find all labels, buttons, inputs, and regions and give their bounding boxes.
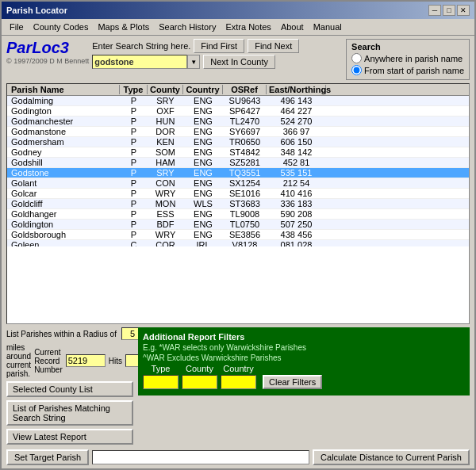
table-body: Godalming P SRY ENG SU9643 496 143 Godin… (7, 96, 469, 246)
radio-start-label: From start of parish name (364, 66, 464, 75)
cell-parish: Goleen (9, 240, 120, 246)
menu-file[interactable]: File (5, 21, 29, 33)
radio-anywhere[interactable] (351, 53, 362, 63)
search-area: Enter Search String here. Find First Fin… (89, 39, 346, 69)
cell-east-northings: 524 270 (267, 117, 326, 126)
cell-county: SOM (148, 147, 183, 157)
left-controls: List Parishes within a Radius of miles a… (6, 327, 133, 445)
col-header-type: Type (120, 85, 148, 94)
table-row[interactable]: Godstone P SRY ENG TQ3551 535 151 (7, 168, 469, 178)
cell-parish: Goldington (9, 220, 120, 229)
table-row[interactable]: Goldington P BDF ENG TL0750 507 250 (7, 220, 469, 230)
window-title: Parish Locator (6, 6, 67, 15)
cell-type: P (120, 178, 148, 188)
cell-osref: SY6697 (223, 127, 267, 136)
left-top: ParLoc3 © 1997/2009 D M Bennett (6, 39, 89, 65)
search-box-title: Search (351, 42, 464, 52)
col-header-county: County (148, 85, 183, 94)
find-next-button[interactable]: Find Next (248, 39, 299, 53)
cell-east-northings: 606 150 (267, 137, 326, 147)
set-target-button[interactable]: Set Target Parish (6, 449, 89, 465)
filter-country-input[interactable] (221, 375, 256, 389)
cell-country: ENG (183, 209, 223, 219)
filter-type-input[interactable] (143, 375, 178, 389)
cell-parish: Godmersham (9, 137, 120, 147)
close-button[interactable]: ✕ (457, 5, 470, 16)
menu-about[interactable]: About (276, 21, 309, 33)
target-input[interactable] (92, 450, 309, 464)
table-row[interactable]: Golcar P WRY ENG SE1016 410 416 (7, 189, 469, 199)
radius-record-row: List Parishes within a Radius of (6, 327, 133, 340)
radio-start-row: From start of parish name (351, 65, 464, 75)
cell-county: COR (148, 240, 183, 246)
cell-osref: V8128 (223, 240, 267, 246)
table-row[interactable]: Golant P CON ENG SX1254 212 54 (7, 178, 469, 189)
filter-example1: E.g. *WAR selects only Warwickshire Pari… (143, 343, 465, 352)
copyright: © 1997/2009 D M Bennett (6, 57, 89, 65)
dropdown-arrow-icon[interactable]: ▼ (187, 55, 200, 69)
table-row[interactable]: Godshill P HAM ENG SZ5281 452 81 (7, 158, 469, 168)
cell-parish: Godmanstone (9, 127, 120, 136)
filter-example2: ^WAR Excludes Warwickshire Parishes (143, 353, 465, 362)
main-window: Parish Locator ─ □ ✕ File County Codes M… (0, 0, 476, 470)
record-input[interactable] (66, 354, 106, 367)
table-row[interactable]: Godalming P SRY ENG SU9643 496 143 (7, 96, 469, 106)
cell-east-northings: 081 028 (267, 240, 326, 246)
table-row[interactable]: Godmanchester P HUN ENG TL2470 524 270 (7, 117, 469, 127)
cell-osref: TL2470 (223, 117, 267, 126)
minimize-button[interactable]: ─ (428, 5, 441, 16)
cell-type: P (120, 106, 148, 116)
cell-parish: Golant (9, 178, 120, 188)
table-row[interactable]: Godington P OXF ENG SP6427 464 227 (7, 106, 469, 117)
cell-country: ENG (183, 220, 223, 229)
table-row[interactable]: Godmersham P KEN ENG TR0650 606 150 (7, 137, 469, 147)
main-content: ParLoc3 © 1997/2009 D M Bennett Enter Se… (2, 36, 474, 468)
col-header-osref: OSRef (223, 85, 267, 94)
cell-east-northings: 464 227 (267, 106, 326, 116)
next-in-county-button[interactable]: Next In County (203, 55, 275, 69)
cell-country: ENG (183, 230, 223, 239)
maximize-button[interactable]: □ (443, 5, 455, 16)
bottom-section: List Parishes within a Radius of miles a… (6, 327, 470, 445)
calc-distance-button[interactable]: Calculate Distance to Current Parish (313, 449, 470, 465)
filter-country-label: Country (223, 364, 254, 373)
cell-east-northings: 212 54 (267, 178, 326, 188)
search-row2: ▼ Next In County (92, 55, 346, 69)
filter-county-input[interactable] (182, 375, 217, 389)
table-row[interactable]: Goldsborough P WRY ENG SE3856 438 456 (7, 230, 469, 240)
find-first-button[interactable]: Find First (194, 39, 244, 53)
cell-osref: TR0650 (223, 137, 267, 147)
menu-extra-notes[interactable]: Extra Notes (221, 21, 275, 33)
table-row[interactable]: Godney P SOM ENG ST4842 348 142 (7, 147, 469, 158)
search-radio-box: Search Anywhere in parish name From star… (346, 39, 470, 80)
cell-country: IRL (183, 240, 223, 246)
cell-east-northings: 452 81 (267, 158, 326, 167)
latest-report-button[interactable]: View Latest Report (6, 429, 133, 445)
cell-east-northings: 336 183 (267, 199, 326, 208)
cell-type: P (120, 127, 148, 136)
cell-country: ENG (183, 137, 223, 147)
cell-country: ENG (183, 168, 223, 178)
table-row[interactable]: Goleen C COR IRL V8128 081 028 (7, 240, 469, 246)
county-list-button[interactable]: Selected County List (6, 381, 133, 397)
table-row[interactable]: Godmanstone P DOR ENG SY6697 366 97 (7, 127, 469, 137)
cell-county: SRY (148, 96, 183, 105)
menu-search-history[interactable]: Search History (154, 21, 221, 33)
menu-county-codes[interactable]: County Codes (29, 21, 94, 33)
clear-filters-button[interactable]: Clear Filters (263, 375, 322, 389)
cell-type: C (120, 240, 148, 246)
table-row[interactable]: Goldcliff P MON WLS ST3683 336 183 (7, 199, 469, 209)
cell-east-northings: 496 143 (267, 96, 326, 105)
matching-list-button[interactable]: List of Parishes Matching Search String (6, 400, 133, 426)
cell-parish: Goldcliff (9, 199, 120, 208)
table-row[interactable]: Goldhanger P ESS ENG TL9008 590 208 (7, 209, 469, 220)
cell-county: MON (148, 199, 183, 208)
cell-type: P (120, 117, 148, 126)
menu-maps-plots[interactable]: Maps & Plots (93, 21, 154, 33)
search-input[interactable] (92, 55, 187, 69)
cell-osref: SP6427 (223, 106, 267, 116)
menu-manual[interactable]: Manual (309, 21, 347, 33)
cell-east-northings: 438 456 (267, 230, 326, 239)
radio-start[interactable] (351, 65, 362, 75)
cell-type: P (120, 209, 148, 219)
